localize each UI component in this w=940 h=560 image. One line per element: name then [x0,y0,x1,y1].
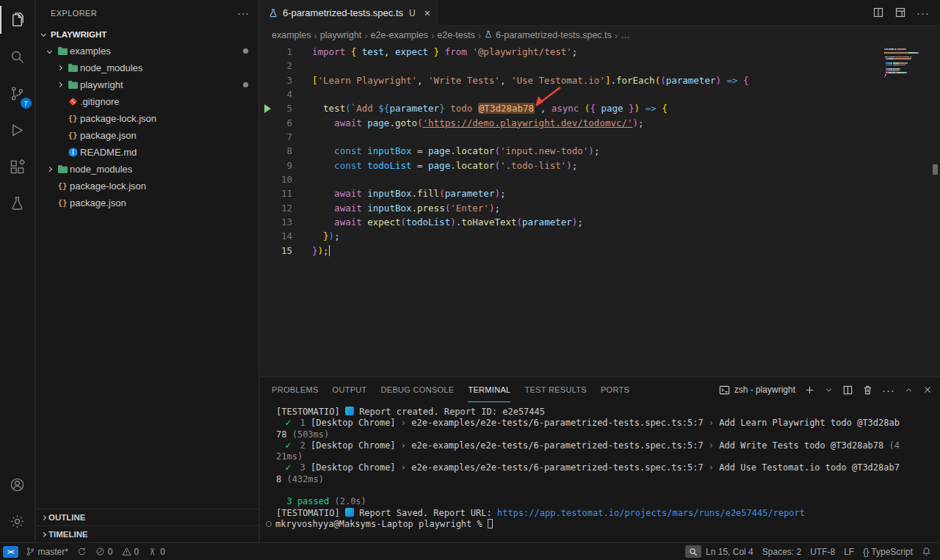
tree-item-README.md[interactable]: README.md [36,144,258,161]
indentation[interactable]: Spaces: 2 [758,543,806,560]
breadcrumb-item[interactable]: 6-parametrized-tests.spec.ts [484,30,612,41]
activitybar-extensions[interactable] [0,148,35,185]
sidebar-more-actions-icon[interactable]: ··· [237,7,250,19]
activitybar-accounts[interactable] [0,466,35,503]
code-line[interactable]: await page.goto('https://demo.playwright… [312,116,889,130]
activitybar-settings[interactable] [0,503,35,539]
magnifier-icon [689,548,698,556]
tree-item-node_modules[interactable]: node_modules [36,59,258,76]
terminal-selector[interactable]: zsh - playwright [719,385,795,396]
branch-item[interactable]: master* [21,543,73,560]
section-outline[interactable]: OUTLINE [36,509,258,526]
tree-item-label: package.json [70,197,126,208]
panel-more-actions-icon[interactable]: ··· [882,384,895,396]
sync-icon [77,547,87,556]
terminal-line [276,485,940,496]
sync-button[interactable] [73,543,91,560]
trash-icon[interactable] [862,385,873,396]
code-line[interactable]: await inputBox.press('Enter'); [312,201,889,215]
eol[interactable]: LF [839,543,858,560]
tree-item-package.json[interactable]: {}package.json [36,127,258,144]
tree-item-label: node_modules [80,62,142,73]
code-line[interactable] [312,172,889,186]
code-line[interactable]: const todoList = page.locator('.todo-lis… [312,159,889,172]
chevron-up-icon[interactable] [904,385,914,395]
minimap[interactable] [884,48,930,78]
encoding[interactable]: UTF-8 [806,543,839,560]
code-line[interactable]: await inputBox.fill(parameter); [312,186,889,200]
beaker-icon [9,195,26,212]
tree-item-.gitignore[interactable]: .gitignore [36,93,258,110]
split-editor-icon[interactable] [872,7,884,18]
panel-tab-test-results[interactable]: TEST RESULTS [524,377,587,402]
language-mode[interactable]: {} TypeScript [858,543,917,560]
panel-tab-terminal[interactable]: TERMINAL [468,377,510,402]
run-test-icon[interactable] [264,104,271,113]
panel-tab-ports[interactable]: PORTS [601,377,629,402]
code-line[interactable] [312,87,889,101]
folder-icon [65,63,80,73]
split-terminal-icon[interactable] [842,385,853,396]
code-line[interactable] [312,130,889,144]
cursor-position[interactable]: Ln 15, Col 4 [701,543,758,560]
breadcrumb-item[interactable]: playwright [320,30,361,40]
status-label: {} TypeScript [863,547,913,557]
breadcrumb-item[interactable]: examples [272,30,311,40]
errors-count[interactable]: 0 [91,543,118,560]
code-line[interactable]: ['Learn Playwright', 'Write Tests', 'Use… [312,73,889,87]
code-line[interactable]: await expect(todoList).toHaveText(parame… [312,215,889,229]
code-line[interactable]: }); [312,244,889,258]
warnings-count[interactable]: 0 [118,543,144,560]
activitybar-testing[interactable] [0,185,35,222]
tree-item-package-lock.json[interactable]: {}package-lock.json [36,178,258,194]
layout-icon[interactable] [894,7,906,18]
tree-item-package.json[interactable]: {}package.json [36,194,258,211]
section-label: OUTLINE [48,513,85,522]
code-editor[interactable]: 123456789101112131415 import { test, exp… [260,45,940,377]
tree-item-package-lock.json[interactable]: {}package-lock.json [36,110,258,127]
breadcrumb-item[interactable]: e2e-examples [370,30,428,40]
tree-item-examples[interactable]: examples [36,43,258,59]
terminal-link[interactable]: https://app.testomat.io/projects/mars/ru… [497,508,805,518]
activitybar-source-control[interactable]: 7 [0,75,35,112]
code-line[interactable]: }); [312,229,889,243]
section-playwright[interactable]: PLAYWRIGHT [36,26,258,43]
git-icon [65,97,80,106]
activitybar-explorer[interactable] [0,1,35,38]
ports-count[interactable]: 0 [143,543,170,560]
remote-indicator[interactable]: >< [3,546,18,558]
beaker-icon [484,30,493,41]
code-line[interactable]: test(`Add ${parameter} todo @T3d28ab78`,… [312,101,889,115]
breadcrumb-label: e2e-examples [370,30,428,40]
json-icon: {} [65,131,80,140]
chevron-down-icon[interactable] [824,385,834,395]
line-number: 11 [260,186,292,200]
chevron-down-icon [41,32,46,37]
scm-badge: 7 [21,98,32,109]
notifications-bell[interactable] [917,543,936,560]
more-actions-icon[interactable]: ··· [916,7,930,19]
tree-item-node_modules[interactable]: node_modules [36,161,258,178]
modified-indicator [243,82,248,87]
code-lines: import { test, expect } from '@playwrigh… [312,45,889,258]
code-line[interactable]: const inputBox = page.locator('input.new… [312,144,889,158]
section-timeline[interactable]: TIMELINE [36,526,258,542]
close-icon[interactable]: × [424,8,430,18]
activitybar-run-debug[interactable] [0,112,35,148]
activitybar-search[interactable] [0,38,35,75]
breadcrumb-item[interactable]: … [621,30,630,40]
tree-item-playwright[interactable]: playwright [36,76,258,93]
new-terminal-icon[interactable] [804,385,815,396]
terminal-output[interactable]: [TESTOMATIO] Report created. Report ID: … [260,402,940,542]
zoom-indicator[interactable] [685,545,701,558]
panel-tab-output[interactable]: OUTPUT [333,377,367,402]
terminal-line: mkryvoshyya@Maksyms-Laptop playwright % [276,519,940,530]
warning-icon [122,547,131,556]
code-line[interactable] [312,59,889,73]
panel-tab-problems[interactable]: PROBLEMS [272,377,319,402]
breadcrumb-item[interactable]: e2e-tests [437,30,474,40]
close-panel-icon[interactable] [922,385,933,395]
panel-tab-debug-console[interactable]: DEBUG CONSOLE [381,377,455,402]
tab-6-parametrized-tests[interactable]: 6-parametrized-tests.spec.ts U × [260,0,438,26]
code-line[interactable]: import { test, expect } from '@playwrigh… [312,45,889,59]
